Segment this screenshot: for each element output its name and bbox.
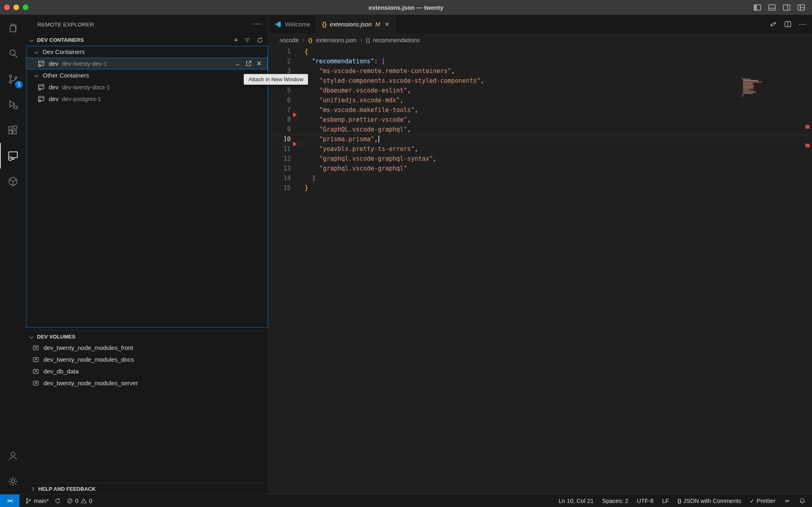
code-line-11[interactable]: 11 "yoavbls.pretty-ts-errors", <box>268 144 812 154</box>
volume-label: dev_twenty_node_modules_docs <box>43 356 134 363</box>
close-tab-icon[interactable]: ✕ <box>384 21 389 28</box>
volume-item[interactable]: dev_db_data <box>26 365 268 377</box>
code-text: "unifiedjs.vscode-mdx", <box>304 95 404 105</box>
line-number[interactable]: 14 <box>268 173 291 183</box>
code-line-12[interactable]: 12 "graphql.vscode-graphql-syntax", <box>268 154 812 164</box>
encoding-setting[interactable]: UTF-8 <box>637 498 654 504</box>
code-line-14[interactable]: 14 ] <box>268 173 812 183</box>
code-line-9[interactable]: 9 "GraphQL.vscode-graphql", <box>268 125 812 134</box>
sync-changes-button[interactable] <box>54 498 61 504</box>
refresh-icon[interactable] <box>256 37 263 44</box>
formatter-status[interactable]: ✓ Prettier <box>750 498 775 504</box>
code-line-2[interactable]: 2 "recommendations": [ <box>268 56 812 66</box>
tab-extensions-json[interactable]: {} extensions.json M ✕ <box>316 15 395 33</box>
code-line-13[interactable]: 13 "graphql.vscode-graphql" <box>268 164 812 173</box>
line-number[interactable]: 8 <box>268 115 291 125</box>
overview-ruler-mark <box>806 125 810 129</box>
line-number[interactable]: 2 <box>268 56 291 66</box>
attach-new-window-icon[interactable] <box>245 60 252 67</box>
tree-item-dev-twenty-dev-1[interactable]: dev dev-twenty-dev-1 → ✕ <box>26 58 268 69</box>
broadcast-icon[interactable] <box>784 498 790 504</box>
stop-container-icon[interactable]: ✕ <box>257 60 262 67</box>
line-number[interactable]: 13 <box>268 164 291 173</box>
tab-welcome[interactable]: Welcome <box>268 15 316 33</box>
section-dev-volumes[interactable]: DEV VOLUMES <box>26 330 268 342</box>
container-icon <box>37 60 45 67</box>
section-header-label: HELP AND FEEDBACK <box>38 486 96 492</box>
breadcrumb-folder[interactable]: .vscode <box>279 37 299 43</box>
tree-group-other-containers[interactable]: Other Containers <box>26 69 268 81</box>
container-description: dev-twenty-dev-1 <box>62 60 107 67</box>
code-line-7[interactable]: 7 "ms-vscode.makefile-tools", <box>268 105 812 115</box>
volume-item[interactable]: dev_twenty_node_modules_server <box>26 377 268 389</box>
line-number[interactable]: 1 <box>268 47 291 56</box>
line-number[interactable]: 9 <box>268 125 291 134</box>
minimap[interactable] <box>741 78 768 97</box>
dev-containers-icon[interactable] <box>0 168 26 194</box>
code-line-3[interactable]: 3 "ms-vscode-remote.remote-containers", <box>268 66 812 76</box>
code-line-5[interactable]: 5 "dbaeumer.vscode-eslint", <box>268 86 812 95</box>
volume-label: dev_twenty_node_modules_server <box>43 380 138 386</box>
source-control-icon[interactable]: 1 <box>0 66 26 92</box>
tab-bar: Welcome {} extensions.json M ✕ <box>268 15 812 33</box>
volume-item[interactable]: dev_twenty_node_modules_docs <box>26 354 268 365</box>
toggle-primary-sidebar-icon[interactable] <box>753 3 762 12</box>
chevron-right-icon <box>30 487 35 491</box>
code-text: "dbaeumer.vscode-eslint", <box>304 86 411 95</box>
filter-icon[interactable] <box>244 37 251 44</box>
language-mode[interactable]: {} JSON with Comments <box>678 498 741 504</box>
code-line-10[interactable]: 10 "prisma.prisma", <box>268 134 812 144</box>
volume-item[interactable]: dev_twenty_node_modules_front <box>26 342 268 354</box>
accounts-icon[interactable] <box>0 443 26 468</box>
open-changes-icon[interactable] <box>769 20 777 28</box>
check-icon: ✓ <box>750 498 755 504</box>
remote-indicator[interactable]: >< <box>0 494 19 507</box>
code-line-1[interactable]: 1{ <box>268 47 812 56</box>
run-and-debug-icon[interactable] <box>0 92 26 117</box>
line-number[interactable]: 12 <box>268 154 291 164</box>
explorer-icon[interactable] <box>0 15 26 41</box>
more-actions-icon[interactable]: ⋯ <box>253 15 261 33</box>
breadcrumb-symbol[interactable]: recommendations <box>373 37 420 43</box>
problems-status[interactable]: 0 0 <box>67 498 92 504</box>
chevron-down-icon <box>30 334 34 339</box>
breadcrumb-file[interactable]: extensions.json <box>316 37 356 43</box>
split-editor-icon[interactable] <box>784 20 792 28</box>
line-number[interactable]: 6 <box>268 95 291 105</box>
section-dev-containers[interactable]: DEV CONTAINERS + <box>26 34 268 46</box>
git-branch-status[interactable]: main* <box>25 498 49 504</box>
customize-layout-icon[interactable] <box>797 3 806 12</box>
more-actions-icon[interactable]: ⋯ <box>799 19 806 29</box>
search-icon[interactable] <box>0 41 26 66</box>
line-number[interactable]: 10 <box>268 134 291 144</box>
eol-setting[interactable]: LF <box>662 498 669 504</box>
chevron-right-icon: › <box>302 37 304 44</box>
tree-item-dev-postgres-1[interactable]: dev dev-postgres-1 <box>26 93 268 105</box>
attach-container-icon[interactable]: → <box>234 60 241 67</box>
line-number[interactable]: 5 <box>268 86 291 95</box>
volume-icon <box>32 380 39 387</box>
settings-gear-icon[interactable] <box>0 468 26 494</box>
notifications-bell-icon[interactable] <box>799 498 806 504</box>
extensions-icon[interactable] <box>0 117 26 143</box>
code-line-15[interactable]: 15} <box>268 183 812 193</box>
remote-explorer-icon[interactable] <box>0 143 26 168</box>
new-dev-container-icon[interactable]: + <box>234 37 238 44</box>
cursor-position[interactable]: Ln 10, Col 21 <box>559 498 594 504</box>
toggle-secondary-sidebar-icon[interactable] <box>782 3 791 12</box>
toggle-panel-icon[interactable] <box>768 3 776 12</box>
line-number[interactable]: 11 <box>268 144 291 154</box>
tree-item-dev-twenty-docs-1[interactable]: dev dev-twenty-docs-1 <box>26 81 268 93</box>
json-braces-icon: {} <box>678 498 681 504</box>
sidebar-remote-explorer: REMOTE EXPLORER ⋯ DEV CONTAINERS + Dev C… <box>26 15 268 494</box>
code-line-8[interactable]: 8 "esbenp.prettier-vscode", <box>268 115 812 125</box>
indentation-setting[interactable]: Spaces: 2 <box>602 498 628 504</box>
line-number[interactable]: 7 <box>268 105 291 115</box>
activity-bar: 1 <box>0 15 26 494</box>
tree-group-dev-containers[interactable]: Dev Containers <box>26 46 268 58</box>
line-number[interactable]: 15 <box>268 183 291 193</box>
code-line-4[interactable]: 4 "styled-components.vscode-styled-compo… <box>268 76 812 86</box>
code-editor[interactable]: 1{2 "recommendations": [3 "ms-vscode-rem… <box>268 47 812 494</box>
code-line-6[interactable]: 6 "unifiedjs.vscode-mdx", <box>268 95 812 105</box>
section-help-and-feedback[interactable]: HELP AND FEEDBACK <box>26 483 268 494</box>
